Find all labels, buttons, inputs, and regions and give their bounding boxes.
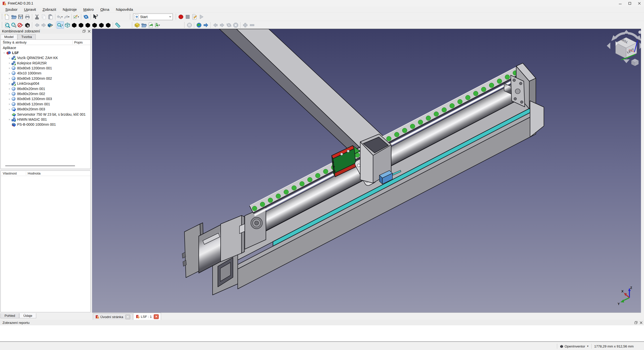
menu-napoveda[interactable]: Nápověda bbox=[113, 7, 136, 12]
3d-viewport[interactable]: TOP LEFT Z X Y bbox=[92, 29, 641, 313]
sphere-button[interactable] bbox=[186, 22, 193, 28]
property-header[interactable]: Vlastnost Hodnota bbox=[1, 171, 90, 176]
chevron-icon[interactable]: › bbox=[7, 71, 11, 75]
refresh-button[interactable] bbox=[83, 13, 89, 20]
tree-item[interactable]: ›80x80x6 120mm 001 bbox=[7, 102, 50, 107]
chevron-icon[interactable]: › bbox=[7, 102, 11, 106]
web-back-button[interactable] bbox=[212, 22, 219, 28]
tree-horizontal-scrollbar[interactable] bbox=[5, 165, 75, 166]
tree-item[interactable]: ›PS-B-0000 1000mm 001 bbox=[7, 122, 56, 127]
redo-dropdown[interactable]: ▾ bbox=[68, 16, 70, 18]
tree-item[interactable]: ›40x10 1000mm bbox=[7, 71, 42, 76]
whats-this-button[interactable]: ? bbox=[92, 13, 99, 20]
menu-okna[interactable]: Okna bbox=[97, 7, 113, 12]
renderer-selector[interactable]: OpenInventor ▼ bbox=[560, 344, 589, 348]
macro-edit-button[interactable] bbox=[191, 13, 198, 20]
tab-uvodni-stranka[interactable]: Úvodní stránka ✕ bbox=[93, 313, 133, 320]
chevron-expanded-icon[interactable]: › bbox=[3, 51, 6, 55]
close-panel-icon[interactable] bbox=[87, 29, 91, 33]
zoom-dropdown[interactable]: ▾ bbox=[62, 24, 64, 26]
chevron-icon[interactable]: › bbox=[7, 61, 11, 65]
tree-document-lsf[interactable]: › LSF bbox=[2, 50, 19, 55]
zoom-in-button[interactable] bbox=[242, 22, 249, 28]
new-file-button[interactable] bbox=[4, 13, 10, 20]
chevron-icon[interactable]: › bbox=[7, 107, 11, 111]
zoom-out-button[interactable] bbox=[249, 22, 255, 28]
menu-makro[interactable]: Makro bbox=[80, 7, 97, 12]
open-folder-button[interactable] bbox=[10, 13, 17, 20]
chevron-icon[interactable]: › bbox=[7, 97, 11, 101]
make-sub-link-dropdown[interactable]: ▾ bbox=[159, 24, 161, 26]
toolbar-grip[interactable] bbox=[131, 22, 133, 28]
tree-item[interactable]: ›80x80x6 1200mm 003 bbox=[7, 96, 52, 101]
save-button[interactable] bbox=[17, 13, 24, 20]
macro-record-button[interactable] bbox=[177, 13, 184, 20]
measure-button[interactable] bbox=[114, 22, 121, 28]
chevron-icon[interactable]: › bbox=[7, 87, 11, 91]
undo-button[interactable]: ▾ bbox=[57, 13, 63, 20]
edit-mode-dropdown[interactable]: ▾ bbox=[78, 16, 80, 18]
fit-all-button[interactable] bbox=[4, 22, 10, 28]
copy-button[interactable] bbox=[40, 13, 47, 20]
tree-item[interactable]: ›Vozík QRW25HC ZAH KK bbox=[7, 55, 58, 60]
zoom-button[interactable]: ▾ bbox=[57, 21, 64, 29]
print-button[interactable] bbox=[24, 13, 31, 20]
chevron-icon[interactable]: › bbox=[7, 56, 11, 60]
close-panel-icon[interactable] bbox=[639, 321, 643, 325]
tab-pohled[interactable]: Pohled bbox=[1, 313, 19, 318]
tree-item[interactable]: ›86x80x20mm 002 bbox=[7, 91, 45, 96]
chevron-icon[interactable]: › bbox=[7, 82, 11, 85]
chevron-icon[interactable]: › bbox=[7, 92, 11, 96]
tree-item[interactable]: ›LinkGroup004 bbox=[7, 81, 39, 86]
tab-lsf-1[interactable]: LSF : 1 ✕ bbox=[133, 313, 161, 320]
macro-run-button[interactable] bbox=[198, 13, 205, 20]
close-tab-icon[interactable]: ✕ bbox=[154, 314, 159, 319]
toolbar-grip[interactable] bbox=[1, 22, 3, 28]
tree-item[interactable]: ›86x80x20mm 003 bbox=[7, 107, 45, 112]
close-button[interactable] bbox=[634, 0, 644, 7]
draw-style-dropdown[interactable]: ▾ bbox=[22, 24, 24, 26]
tree-root-application[interactable]: Aplikace bbox=[3, 46, 16, 50]
tree-item[interactable]: ›HIWIN MAGIC 001 bbox=[7, 117, 47, 122]
tree-item[interactable]: ›80x80x6 1200mm 002 bbox=[7, 76, 52, 81]
dock-panel-header[interactable]: Kombinované zobrazení bbox=[0, 29, 92, 34]
tree-item[interactable]: ›Kolejnice RGR25R bbox=[7, 60, 47, 65]
chevron-icon[interactable]: › bbox=[7, 66, 11, 70]
home-view-dropdown[interactable]: ▾ bbox=[52, 24, 54, 26]
view-front-button[interactable] bbox=[71, 22, 77, 28]
web-refresh-button[interactable] bbox=[225, 22, 232, 28]
undo-dropdown[interactable]: ▾ bbox=[61, 16, 63, 18]
view-right-button[interactable] bbox=[84, 22, 91, 28]
tree-item[interactable]: ›80x80x6 1200mm 001 bbox=[7, 66, 52, 71]
chevron-icon[interactable]: › bbox=[7, 76, 11, 80]
float-panel-icon[interactable] bbox=[634, 321, 638, 325]
tab-tvorba[interactable]: Tvorba bbox=[18, 34, 36, 39]
make-sub-link-button[interactable]: ▾ bbox=[154, 22, 161, 28]
view-bottom-button[interactable] bbox=[98, 22, 105, 28]
home-view-button[interactable]: ▾ bbox=[47, 22, 54, 28]
create-part-button[interactable] bbox=[134, 22, 140, 28]
view-top-button[interactable] bbox=[77, 22, 84, 28]
report-panel-header[interactable]: Zobrazení reportu bbox=[0, 320, 644, 326]
toolbar-grip[interactable] bbox=[129, 14, 131, 20]
macro-stop-button[interactable] bbox=[184, 13, 191, 20]
fit-selection-button[interactable] bbox=[10, 22, 17, 28]
view-rear-button[interactable] bbox=[91, 22, 98, 28]
tree-item[interactable]: ›Servomotor 750 W 23 bit, s brzdou, klíč… bbox=[7, 112, 86, 117]
tree-item[interactable]: ›86x80x20mm 001 bbox=[7, 86, 45, 91]
chevron-icon[interactable]: › bbox=[7, 117, 11, 121]
menu-upravit[interactable]: Upravit bbox=[21, 7, 39, 12]
web-forward-button[interactable] bbox=[219, 22, 225, 28]
make-link-button[interactable] bbox=[147, 22, 154, 28]
toolbar-grip[interactable] bbox=[1, 14, 3, 20]
tree-header[interactable]: Štítky & atributy Popis bbox=[1, 40, 90, 45]
report-view-content[interactable] bbox=[0, 325, 644, 342]
nav-back-button[interactable] bbox=[33, 22, 40, 28]
web-home-button[interactable] bbox=[195, 22, 202, 28]
cut-button[interactable] bbox=[33, 13, 40, 20]
paste-button[interactable] bbox=[47, 13, 54, 20]
menu-zobrazit[interactable]: Zobrazit bbox=[39, 7, 59, 12]
maximize-button[interactable] bbox=[625, 0, 634, 7]
float-panel-icon[interactable] bbox=[82, 29, 86, 33]
nav-forward-button[interactable] bbox=[40, 22, 47, 28]
